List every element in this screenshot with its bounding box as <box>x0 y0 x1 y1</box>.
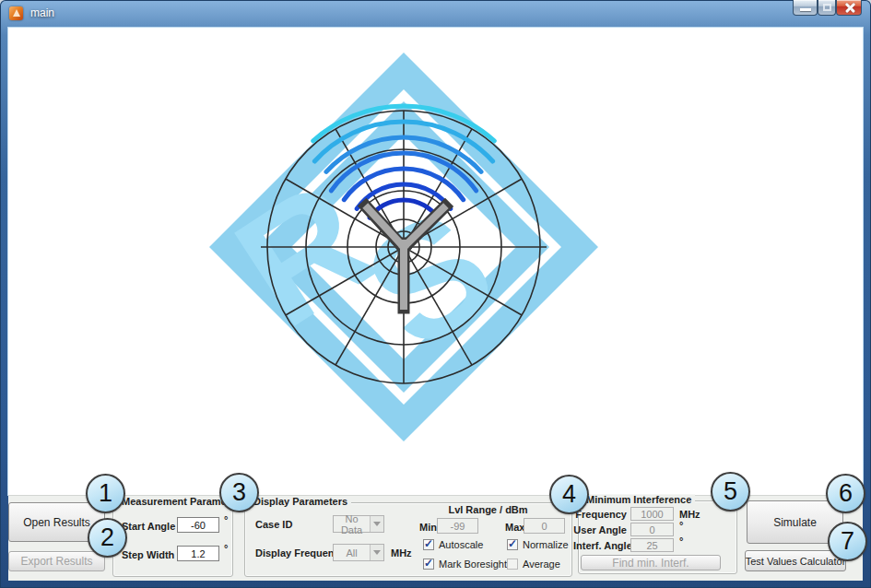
callout-5: 5 <box>711 472 750 512</box>
interference-frequency-unit: MHz <box>679 509 700 520</box>
app-window: main R S <box>0 0 871 588</box>
max-label: Max <box>505 522 524 533</box>
checkbox-box: ✓ <box>507 539 518 550</box>
user-angle-unit: ° <box>679 520 683 531</box>
callout-4: 4 <box>549 475 589 514</box>
export-results-button[interactable]: Export Results <box>8 551 105 571</box>
average-checkbox[interactable]: Average <box>507 559 560 570</box>
user-angle-label: User Angle <box>573 524 627 535</box>
checkbox-box: ✓ <box>423 559 434 570</box>
close-button[interactable] <box>836 0 862 16</box>
display-frequency-value: All <box>334 547 370 559</box>
interference-frequency-input[interactable]: 1000 <box>630 507 674 521</box>
start-angle-label: Start Angle <box>122 521 175 532</box>
start-angle-unit: ° <box>224 514 228 525</box>
antenna-logo: R S <box>194 37 614 457</box>
case-id-value: No Data <box>334 513 370 535</box>
normalize-checkbox[interactable]: ✓ Normalize <box>507 539 569 550</box>
interf-angle-input[interactable]: 25 <box>630 538 674 552</box>
callout-2: 2 <box>88 518 127 558</box>
user-angle-input[interactable]: 0 <box>630 523 674 536</box>
chevron-down-icon <box>370 545 383 560</box>
display-frequency-dropdown[interactable]: All <box>333 544 384 561</box>
chevron-down-icon <box>370 516 383 532</box>
callout-6: 6 <box>826 474 865 513</box>
minimize-button[interactable] <box>793 0 818 16</box>
maximize-button[interactable] <box>818 0 836 16</box>
callout-1: 1 <box>86 474 125 513</box>
maximize-icon <box>823 4 831 11</box>
interf-angle-unit: ° <box>679 535 683 547</box>
checkbox-box <box>507 559 518 570</box>
window-title: main <box>30 6 54 19</box>
interf-angle-label: Interf. Angle <box>573 540 627 551</box>
min-input[interactable]: -99 <box>437 518 478 534</box>
mark-boresight-checkbox[interactable]: ✓ Mark Boresight <box>423 559 507 570</box>
check-icon: ✓ <box>424 559 433 568</box>
app-icon <box>9 6 23 20</box>
callout-7: 7 <box>828 522 867 561</box>
start-angle-input[interactable]: -60 <box>177 517 219 533</box>
step-width-unit: ° <box>224 543 228 554</box>
title-bar: main <box>0 0 871 28</box>
display-parameters-title: Display Parameters <box>250 496 351 507</box>
case-id-dropdown[interactable]: No Data <box>333 515 384 533</box>
step-width-input[interactable]: 1.2 <box>177 546 219 561</box>
minimize-icon <box>800 8 811 11</box>
max-input[interactable]: 0 <box>524 518 565 534</box>
minimum-interference-title: Minimum Interference <box>583 494 695 505</box>
step-width-label: Step Width <box>122 549 174 560</box>
interference-frequency-label: Frequency <box>573 509 627 520</box>
check-icon: ✓ <box>508 539 517 548</box>
display-frequency-unit: MHz <box>391 547 412 559</box>
check-icon: ✓ <box>424 539 433 548</box>
autoscale-checkbox[interactable]: ✓ Autoscale <box>423 539 483 550</box>
min-label: Min <box>419 522 437 533</box>
checkbox-box: ✓ <box>423 539 434 550</box>
measurement-parameters-group <box>112 502 233 577</box>
lvl-range-title: Lvl Range / dBm <box>426 504 550 515</box>
find-min-interf-button[interactable]: Find min. Interf. <box>581 555 721 570</box>
callout-3: 3 <box>219 473 259 512</box>
case-id-label: Case ID <box>255 519 292 530</box>
